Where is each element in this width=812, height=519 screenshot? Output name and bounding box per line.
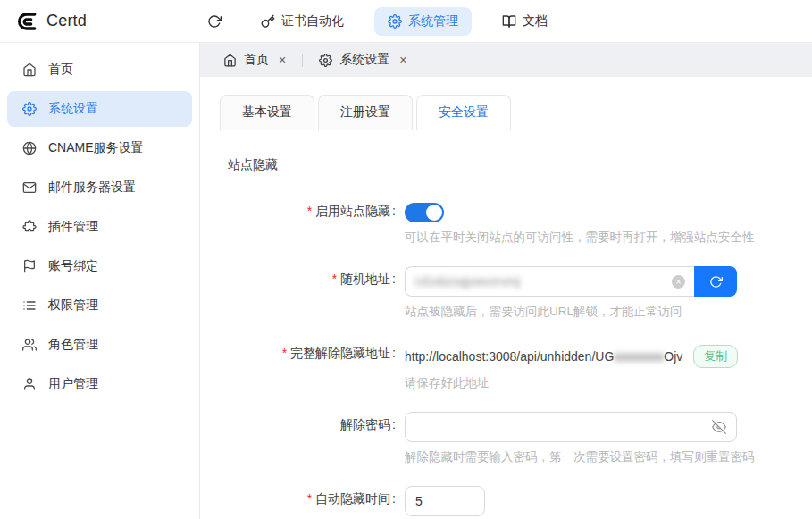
field-label: 启用站点隐藏 (228, 198, 396, 246)
top-nav: 证书自动化 系统管理 文档 (198, 7, 557, 36)
puzzle-icon (22, 220, 37, 234)
field-random-address: 随机地址 UGxbzsqjvwvzrvmj × 站点被隐藏后，需要访问此URL解… (228, 266, 812, 320)
sidebar-item-system-settings[interactable]: 系统设置 (7, 91, 192, 127)
page-tab-system-settings[interactable]: 系统设置 × (310, 52, 415, 68)
page-tab-label: 系统设置 (339, 52, 389, 68)
home-icon (223, 54, 237, 67)
sidebar-item-label: 权限管理 (48, 297, 98, 314)
sidebar-item-home[interactable]: 首页 (7, 52, 192, 88)
flag-icon (22, 259, 37, 273)
nav-docs[interactable]: 文档 (493, 7, 557, 36)
sidebar: 首页 系统设置 CNAME服务设置 邮件服务器设置 插件管理 账号绑定 权限管理 (0, 43, 200, 519)
settings-tabs: 基本设置 注册设置 安全设置 (200, 95, 812, 130)
nav-cert-automation[interactable]: 证书自动化 (252, 7, 353, 36)
page-tabstrip: 首页 × 系统设置 × (200, 43, 812, 77)
field-label: 自动隐藏时间 (228, 486, 396, 519)
field-full-unhide-url: 完整解除隐藏地址 http://localhost:3008/api/unhid… (228, 340, 812, 391)
random-address-value: UGxbzsqjvwvzrvmj (414, 274, 672, 289)
book-icon (502, 14, 516, 29)
tab-security-settings[interactable]: 安全设置 (416, 95, 511, 130)
field-label: 解除密码 (228, 412, 396, 465)
refresh-button[interactable] (198, 8, 230, 35)
sidebar-item-label: 首页 (48, 62, 73, 78)
section-title-site-hiding: 站点隐藏 (228, 157, 812, 173)
field-help: 请保存好此地址 (405, 375, 738, 391)
sidebar-item-label: CNAME服务设置 (48, 140, 144, 156)
sidebar-item-roles[interactable]: 角色管理 (7, 327, 192, 363)
sidebar-item-users[interactable]: 用户管理 (7, 366, 192, 402)
page-tab-label: 首页 (244, 52, 269, 68)
field-help: 可以在平时关闭站点的可访问性，需要时再打开，增强站点安全性 (405, 230, 755, 246)
sidebar-item-label: 系统设置 (48, 101, 98, 117)
close-icon[interactable]: × (399, 54, 406, 66)
sidebar-item-account-binding[interactable]: 账号绑定 (7, 248, 192, 284)
random-address-input[interactable]: UGxbzsqjvwvzrvmj × (405, 266, 694, 297)
brand[interactable]: Certd (14, 10, 198, 33)
unhide-password-input[interactable] (415, 420, 712, 434)
tab-divider (302, 54, 303, 67)
field-label: 完整解除隐藏地址 (228, 340, 396, 391)
nav-label: 系统管理 (408, 13, 458, 29)
close-icon[interactable]: × (279, 54, 286, 66)
site-hiding-toggle[interactable] (405, 203, 444, 222)
team-icon (22, 338, 37, 352)
gear-icon (22, 102, 37, 116)
sidebar-item-cname-service[interactable]: CNAME服务设置 (7, 130, 192, 166)
certd-logo-icon (14, 10, 38, 33)
app-header: Certd 证书自动化 系统管理 文档 (0, 0, 812, 43)
auto-hide-time-input-wrap (405, 486, 485, 516)
content-panel: 基本设置 注册设置 安全设置 站点隐藏 启用站点隐藏 可以在平时关闭站点的可访问… (200, 77, 812, 519)
nav-label: 文档 (523, 13, 548, 29)
toggle-knob (426, 205, 442, 221)
field-label: 随机地址 (228, 266, 396, 320)
unhide-url-text: http://localhost:3008/api/unhidden/UGxxx… (405, 349, 682, 364)
tab-register-settings[interactable]: 注册设置 (318, 95, 413, 130)
gear-icon (319, 54, 332, 67)
sidebar-item-permissions[interactable]: 权限管理 (7, 288, 192, 323)
list-icon (22, 298, 37, 313)
page-tab-home[interactable]: 首页 × (214, 52, 295, 68)
sidebar-item-label: 邮件服务器设置 (48, 180, 136, 196)
mail-icon (22, 180, 37, 195)
unhide-url-masked-segment: xxxxxxxx (614, 349, 664, 364)
refresh-icon (207, 14, 222, 29)
tab-basic-settings[interactable]: 基本设置 (220, 95, 314, 130)
sidebar-item-label: 账号绑定 (48, 258, 98, 274)
auto-hide-time-input[interactable] (407, 494, 482, 508)
globe-icon (22, 141, 37, 155)
regenerate-address-button[interactable] (694, 266, 737, 297)
field-unhide-password: 解除密码 解除隐藏时需要输入密码，第一次需要设置密码，填写则重置密码 (228, 412, 812, 465)
sidebar-item-label: 插件管理 (48, 219, 98, 235)
nav-label: 证书自动化 (281, 13, 344, 29)
field-help: 站点被隐藏后，需要访问此URL解锁，才能正常访问 (405, 304, 737, 320)
field-auto-hide-time: 自动隐藏时间 多少分钟内无请求自动隐藏 (228, 486, 812, 519)
brand-name: Certd (46, 12, 87, 30)
copy-button[interactable]: 复制 (693, 345, 738, 368)
unhide-password-input-wrap (405, 412, 737, 442)
user-icon (22, 377, 37, 391)
sidebar-item-label: 用户管理 (48, 376, 98, 392)
security-settings-form: 站点隐藏 启用站点隐藏 可以在平时关闭站点的可访问性，需要时再打开，增强站点安全… (200, 130, 812, 519)
sidebar-item-mail-server[interactable]: 邮件服务器设置 (7, 170, 192, 205)
gear-icon (388, 14, 402, 29)
field-help: 解除隐藏时需要输入密码，第一次需要设置密码，填写则重置密码 (405, 449, 755, 465)
clear-icon[interactable]: × (672, 275, 685, 289)
home-icon (22, 63, 37, 77)
key-icon (261, 14, 275, 29)
field-enable-site-hiding: 启用站点隐藏 可以在平时关闭站点的可访问性，需要时再打开，增强站点安全性 (228, 198, 812, 246)
sidebar-item-plugins[interactable]: 插件管理 (7, 209, 192, 245)
nav-system-admin[interactable]: 系统管理 (374, 7, 472, 36)
sidebar-item-label: 角色管理 (48, 337, 98, 353)
eye-invisible-icon[interactable] (712, 420, 726, 434)
refresh-icon (709, 275, 723, 289)
